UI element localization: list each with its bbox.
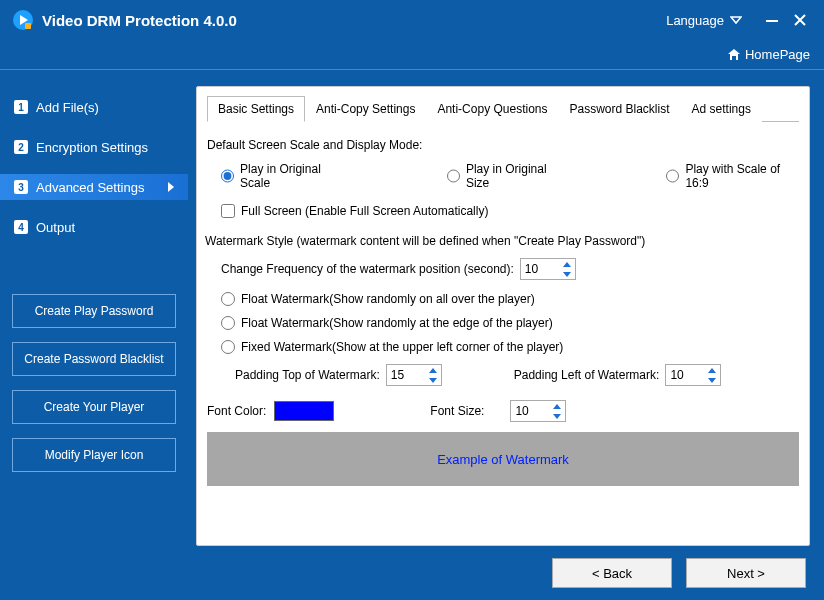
step-number: 3 bbox=[14, 180, 28, 194]
font-size-input[interactable] bbox=[511, 404, 547, 418]
pad-left-label: Padding Left of Watermark: bbox=[514, 368, 660, 382]
radio-input[interactable] bbox=[221, 169, 234, 183]
freq-spinner[interactable] bbox=[520, 258, 576, 280]
spinner-up-icon[interactable] bbox=[425, 365, 441, 375]
font-color-label: Font Color: bbox=[207, 404, 266, 418]
pad-top-spinner[interactable] bbox=[386, 364, 442, 386]
homepage-label: HomePage bbox=[745, 47, 810, 62]
language-label: Language bbox=[666, 13, 724, 28]
font-color-swatch[interactable] bbox=[274, 401, 334, 421]
font-size-label: Font Size: bbox=[430, 404, 484, 418]
radio-label: Float Watermark(Show randomly at the edg… bbox=[241, 316, 553, 330]
step-number: 1 bbox=[14, 100, 28, 114]
tab-basic-settings[interactable]: Basic Settings bbox=[207, 96, 305, 122]
step-number: 4 bbox=[14, 220, 28, 234]
radio-input[interactable] bbox=[666, 169, 679, 183]
checkbox-input[interactable] bbox=[221, 204, 235, 218]
radio-scale-169[interactable]: Play with Scale of 16:9 bbox=[666, 162, 799, 190]
step-label: Add File(s) bbox=[36, 100, 99, 115]
homepage-link[interactable]: HomePage bbox=[727, 47, 810, 62]
close-button[interactable] bbox=[788, 10, 812, 30]
sub-header: HomePage bbox=[0, 40, 824, 70]
step-label: Encryption Settings bbox=[36, 140, 148, 155]
radio-float-edge[interactable]: Float Watermark(Show randomly at the edg… bbox=[221, 316, 799, 330]
modify-player-icon-button[interactable]: Modify Player Icon bbox=[12, 438, 176, 472]
radio-original-scale[interactable]: Play in Original Scale bbox=[221, 162, 347, 190]
create-password-blacklist-button[interactable]: Create Password Blacklist bbox=[12, 342, 176, 376]
watermark-example-label: Example of Watermark bbox=[437, 452, 569, 467]
step-label: Advanced Settings bbox=[36, 180, 144, 195]
spinner-up-icon[interactable] bbox=[549, 401, 565, 411]
tab-anti-copy-settings[interactable]: Anti-Copy Settings bbox=[305, 96, 426, 122]
radio-label: Fixed Watermark(Show at the upper left c… bbox=[241, 340, 563, 354]
tab-ad-settings[interactable]: Ad settings bbox=[681, 96, 762, 122]
radio-label: Play with Scale of 16:9 bbox=[685, 162, 799, 190]
app-title: Video DRM Protection 4.0.0 bbox=[42, 12, 666, 29]
freq-label: Change Frequency of the watermark positi… bbox=[221, 262, 514, 276]
next-button[interactable]: Next > bbox=[686, 558, 806, 588]
settings-panel: Basic Settings Anti-Copy Settings Anti-C… bbox=[196, 86, 810, 546]
radio-float-all[interactable]: Float Watermark(Show randomly on all ove… bbox=[221, 292, 799, 306]
radio-input[interactable] bbox=[221, 292, 235, 306]
back-button[interactable]: < Back bbox=[552, 558, 672, 588]
step-number: 2 bbox=[14, 140, 28, 154]
app-logo-icon bbox=[12, 9, 34, 31]
radio-input[interactable] bbox=[221, 340, 235, 354]
checkbox-label: Full Screen (Enable Full Screen Automati… bbox=[241, 204, 488, 218]
spinner-down-icon[interactable] bbox=[559, 269, 575, 279]
radio-label: Float Watermark(Show randomly on all ove… bbox=[241, 292, 535, 306]
tab-password-blacklist[interactable]: Password Blacklist bbox=[559, 96, 681, 122]
spinner-down-icon[interactable] bbox=[549, 411, 565, 421]
radio-label: Play in Original Size bbox=[466, 162, 566, 190]
scale-mode-heading: Default Screen Scale and Display Mode: bbox=[207, 138, 799, 152]
spinner-up-icon[interactable] bbox=[704, 365, 720, 375]
spinner-up-icon[interactable] bbox=[559, 259, 575, 269]
step-label: Output bbox=[36, 220, 75, 235]
svg-rect-1 bbox=[25, 23, 31, 29]
step-add-files[interactable]: 1Add File(s) bbox=[0, 94, 188, 120]
svg-rect-2 bbox=[766, 20, 778, 22]
watermark-example: Example of Watermark bbox=[207, 432, 799, 486]
dropdown-icon bbox=[730, 15, 742, 25]
spinner-down-icon[interactable] bbox=[704, 375, 720, 385]
pad-top-input[interactable] bbox=[387, 368, 423, 382]
radio-original-size[interactable]: Play in Original Size bbox=[447, 162, 567, 190]
pad-top-label: Padding Top of Watermark: bbox=[235, 368, 380, 382]
language-selector[interactable]: Language bbox=[666, 13, 742, 28]
minimize-button[interactable] bbox=[760, 10, 784, 30]
radio-fixed[interactable]: Fixed Watermark(Show at the upper left c… bbox=[221, 340, 799, 354]
radio-label: Play in Original Scale bbox=[240, 162, 347, 190]
step-advanced-settings[interactable]: 3Advanced Settings bbox=[0, 174, 188, 200]
spinner-down-icon[interactable] bbox=[425, 375, 441, 385]
sidebar: 1Add File(s) 2Encryption Settings 3Advan… bbox=[0, 70, 188, 600]
font-size-spinner[interactable] bbox=[510, 400, 566, 422]
watermark-heading: Watermark Style (watermark content will … bbox=[205, 234, 799, 248]
tab-anti-copy-questions[interactable]: Anti-Copy Questions bbox=[426, 96, 558, 122]
radio-input[interactable] bbox=[221, 316, 235, 330]
step-output[interactable]: 4Output bbox=[0, 214, 188, 240]
home-icon bbox=[727, 48, 741, 62]
step-encryption-settings[interactable]: 2Encryption Settings bbox=[0, 134, 188, 160]
titlebar: Video DRM Protection 4.0.0 Language bbox=[0, 0, 824, 40]
tab-bar: Basic Settings Anti-Copy Settings Anti-C… bbox=[207, 95, 799, 122]
create-your-player-button[interactable]: Create Your Player bbox=[12, 390, 176, 424]
freq-input[interactable] bbox=[521, 262, 557, 276]
checkbox-fullscreen[interactable]: Full Screen (Enable Full Screen Automati… bbox=[221, 204, 799, 218]
pad-left-spinner[interactable] bbox=[665, 364, 721, 386]
create-play-password-button[interactable]: Create Play Password bbox=[12, 294, 176, 328]
radio-input[interactable] bbox=[447, 169, 460, 183]
pad-left-input[interactable] bbox=[666, 368, 702, 382]
